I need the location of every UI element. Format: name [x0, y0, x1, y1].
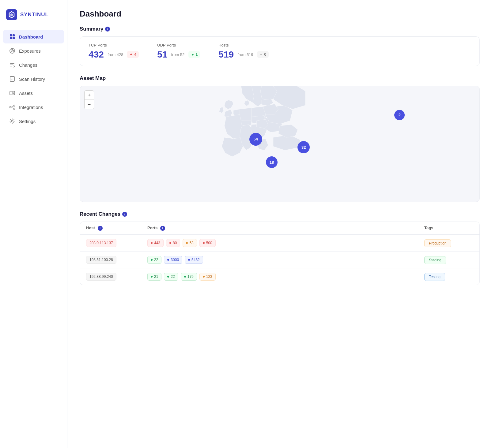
udp-ports-label: UDP Ports — [157, 43, 200, 47]
udp-ports-row: 51 from 52 1 — [157, 49, 200, 60]
sidebar: SYNTINUL Dashboard Exposures — [0, 0, 67, 448]
tag-staging: Staging — [424, 256, 446, 264]
col-ports: Ports i — [147, 226, 424, 231]
map-controls: + − — [84, 90, 94, 109]
cluster-marker-2[interactable]: 2 — [394, 110, 405, 120]
port-22-1: 22 — [147, 256, 161, 264]
sidebar-item-scan-history[interactable]: Scan History — [3, 72, 64, 86]
arrow-up-icon — [129, 53, 133, 56]
host-cell-1: 203.0.113.137 — [86, 239, 147, 247]
tags-cell-3: Testing — [424, 274, 473, 279]
cluster-marker-64[interactable]: 64 — [249, 133, 262, 146]
sidebar-item-changes-label: Changes — [19, 62, 37, 68]
sidebar-item-changes[interactable]: Changes — [3, 58, 64, 72]
zoom-out-button[interactable]: − — [85, 100, 94, 109]
udp-ports-from: from 52 — [171, 52, 184, 57]
udp-ports-stat: UDP Ports 51 from 52 1 — [157, 43, 200, 60]
sidebar-item-exposures-label: Exposures — [19, 48, 41, 54]
col-host: Host i — [86, 226, 147, 231]
hosts-stat: Hosts 519 from 519 → 0 — [218, 43, 269, 60]
sidebar-item-dashboard-label: Dashboard — [19, 34, 43, 39]
summary-info-icon: i — [105, 27, 110, 32]
cluster-marker-18[interactable]: 18 — [266, 156, 278, 168]
table-row: 198.51.100.28 22 3000 5432 — [80, 252, 479, 268]
port-5432: 5432 — [185, 256, 203, 264]
table-row: 192.88.99.240 21 22 179 — [80, 268, 479, 285]
hosts-value: 519 — [218, 49, 234, 60]
hosts-from: from 519 — [237, 52, 253, 57]
port-123: 123 — [199, 273, 216, 281]
sidebar-item-settings[interactable]: Settings — [3, 114, 64, 128]
settings-icon — [9, 118, 15, 124]
ports-col-info-icon: i — [160, 226, 165, 231]
port-179: 179 — [181, 273, 197, 281]
tag-testing: Testing — [424, 273, 445, 281]
port-3000: 3000 — [164, 256, 182, 264]
svg-point-12 — [13, 108, 15, 110]
dashboard-icon — [9, 34, 15, 40]
table-header: Host i Ports i Tags — [80, 222, 479, 235]
svg-point-11 — [13, 105, 15, 106]
tcp-ports-badge: 4 — [127, 51, 139, 58]
sidebar-item-exposures[interactable]: Exposures — [3, 44, 64, 58]
logo-area: SYNTINUL — [0, 6, 67, 29]
map-svg — [80, 86, 479, 202]
svg-rect-4 — [13, 37, 15, 39]
udp-ports-value: 51 — [157, 49, 167, 60]
tcp-ports-row: 432 from 428 4 — [89, 49, 139, 60]
svg-point-10 — [10, 106, 11, 108]
hosts-badge: → 0 — [257, 51, 269, 58]
recent-changes-info-icon: i — [122, 212, 127, 217]
sidebar-item-integrations[interactable]: Integrations — [3, 100, 64, 114]
host-cell-3: 192.88.99.240 — [86, 273, 147, 281]
udp-ports-badge: 1 — [188, 51, 200, 58]
svg-rect-3 — [10, 37, 12, 39]
zoom-in-button[interactable]: + — [85, 91, 94, 100]
sidebar-item-scan-history-label: Scan History — [19, 77, 45, 82]
tcp-ports-from: from 428 — [108, 52, 123, 57]
table-row: 203.0.113.137 443 80 53 — [80, 235, 479, 252]
col-tags: Tags — [424, 226, 473, 231]
tags-cell-1: Production — [424, 240, 473, 246]
svg-rect-1 — [10, 34, 12, 36]
changes-table: Host i Ports i Tags 203.0.113.137 — [80, 222, 480, 285]
tcp-ports-stat: TCP Ports 432 from 428 4 — [89, 43, 139, 60]
tcp-ports-label: TCP Ports — [89, 43, 139, 47]
port-21: 21 — [147, 273, 161, 281]
page-title: Dashboard — [80, 9, 480, 19]
main-content: Dashboard Summary i TCP Ports 432 from 4… — [67, 0, 492, 448]
sidebar-item-assets[interactable]: Assets — [3, 86, 64, 100]
host-cell-2: 198.51.100.28 — [86, 256, 147, 264]
integrations-icon — [9, 104, 15, 110]
port-22-2: 22 — [164, 273, 178, 281]
svg-point-7 — [12, 50, 13, 51]
hosts-row: 519 from 519 → 0 — [218, 49, 269, 60]
port-53: 53 — [183, 239, 197, 247]
sidebar-item-dashboard[interactable]: Dashboard — [3, 30, 64, 43]
port-500: 500 — [199, 239, 216, 247]
ports-cell-3: 21 22 179 123 — [147, 273, 424, 281]
scan-history-icon — [9, 76, 15, 82]
sidebar-item-integrations-label: Integrations — [19, 105, 43, 110]
ports-cell-1: 443 80 53 500 — [147, 239, 424, 247]
arrow-down-icon — [191, 53, 195, 56]
logo-icon — [6, 9, 17, 20]
host-col-info-icon: i — [98, 226, 103, 231]
tag-production: Production — [424, 239, 451, 247]
recent-changes-heading: Recent Changes i — [80, 211, 480, 217]
sidebar-item-assets-label: Assets — [19, 91, 33, 96]
map-container: + − — [80, 86, 480, 202]
svg-point-13 — [11, 120, 13, 122]
summary-card: TCP Ports 432 from 428 4 UDP Ports 51 fr… — [80, 36, 480, 66]
asset-map-section: Asset Map + − — [80, 75, 480, 202]
ports-cell-2: 22 3000 5432 — [147, 256, 424, 264]
host-badge-2: 198.51.100.28 — [86, 256, 116, 264]
host-badge-3: 192.88.99.240 — [86, 273, 116, 281]
port-443: 443 — [147, 239, 164, 247]
sidebar-item-settings-label: Settings — [19, 119, 36, 124]
sidebar-nav: Dashboard Exposures Changes Scan — [0, 29, 67, 129]
asset-map-heading: Asset Map — [80, 75, 480, 81]
cluster-marker-32[interactable]: 32 — [297, 141, 310, 153]
tags-cell-2: Staging — [424, 257, 473, 263]
tcp-ports-value: 432 — [89, 49, 104, 60]
